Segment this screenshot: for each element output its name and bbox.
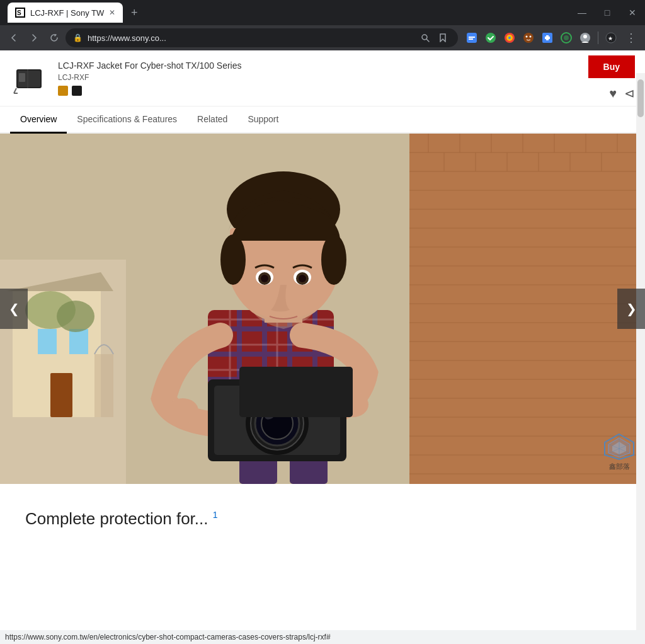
svg-line-3 (426, 39, 429, 42)
content-below: Complete protection for... 1 (0, 484, 645, 610)
forward-button[interactable] (25, 29, 43, 47)
url-text: https://www.sony.co... (88, 33, 413, 43)
status-url: https://www.sony.com.tw/en/electronics/c… (5, 633, 331, 641)
address-bar[interactable]: 🔒 https://www.sony.co... (66, 28, 458, 47)
scrollbar-thumb[interactable] (637, 79, 644, 117)
extension-icon-3[interactable] (501, 29, 518, 47)
svg-point-8 (486, 33, 496, 43)
svg-point-111 (299, 275, 306, 282)
product-thumbnail (10, 59, 48, 97)
wishlist-icon[interactable]: ♥ (609, 86, 617, 101)
svg-point-103 (220, 234, 246, 285)
svg-point-87 (167, 398, 198, 423)
svg-rect-24 (19, 73, 25, 82)
svg-text:S: S (17, 9, 21, 16)
swatch-brown[interactable] (58, 86, 68, 96)
svg-rect-32 (38, 329, 57, 354)
extension-icon-8[interactable]: ★ (602, 29, 620, 47)
carousel-next-button[interactable]: ❯ (617, 289, 645, 329)
tab-specifications[interactable]: Specifications & Features (67, 106, 187, 134)
back-button[interactable] (5, 29, 23, 47)
carousel-prev-button[interactable]: ❮ (0, 289, 28, 329)
svg-point-104 (321, 234, 346, 285)
watermark-logo (603, 433, 635, 461)
bookmark-icon[interactable] (435, 30, 450, 45)
new-tab-button[interactable]: + (125, 4, 143, 21)
svg-point-110 (261, 275, 268, 282)
svg-line-26 (14, 88, 16, 93)
toolbar-icons: ★ (463, 29, 620, 47)
svg-marker-4 (440, 34, 445, 42)
reload-button[interactable] (45, 29, 63, 47)
watermark-text: 鑫部落 (609, 462, 630, 471)
maximize-button[interactable]: □ (600, 5, 615, 20)
buy-button[interactable]: Buy (588, 55, 635, 78)
extension-icon-6[interactable] (557, 29, 575, 47)
active-tab[interactable]: S LCJ-RXF | Sony TW ✕ (8, 3, 123, 23)
page-content: LCJ-RXF Jacket For Cyber-shot TX/100 Ser… (0, 50, 645, 610)
title-bar: S LCJ-RXF | Sony TW ✕ + — □ ✕ (0, 0, 645, 25)
svg-rect-112 (239, 367, 353, 417)
svg-rect-6 (469, 37, 475, 38)
svg-point-37 (57, 301, 94, 332)
search-icon[interactable] (418, 30, 433, 45)
address-actions (418, 30, 450, 45)
svg-point-17 (564, 35, 569, 40)
browser-window: S LCJ-RXF | Sony TW ✕ + — □ ✕ 🔒 https://… (0, 0, 645, 50)
tab-bar: S LCJ-RXF | Sony TW ✕ + (5, 1, 574, 24)
footnote-ref: 1 (213, 510, 218, 520)
swatch-black[interactable] (72, 86, 82, 96)
product-header: LCJ-RXF Jacket For Cyber-shot TX/100 Ser… (0, 50, 645, 106)
tab-support[interactable]: Support (237, 106, 288, 134)
extension-icon-2[interactable] (482, 29, 499, 47)
color-swatches (58, 86, 578, 96)
svg-point-12 (523, 33, 534, 43)
watermark: 鑫部落 (603, 433, 635, 471)
svg-point-11 (508, 37, 511, 39)
hero-section: SONY (0, 134, 645, 484)
hero-image: SONY (0, 134, 636, 484)
share-icon[interactable]: ⊲ (624, 86, 635, 101)
action-icons: ♥ ⊲ (609, 86, 635, 101)
page-text-section: Complete protection for... 1 (0, 497, 645, 541)
tab-title: LCJ-RXF | Sony TW (30, 8, 104, 18)
product-model: LCJ-RXF (58, 73, 578, 82)
lock-icon: 🔒 (73, 33, 83, 42)
svg-point-19 (583, 35, 587, 38)
scrollbar[interactable] (636, 73, 645, 630)
svg-rect-33 (69, 329, 88, 354)
extension-icon-1[interactable] (463, 29, 481, 47)
window-controls: — □ ✕ (574, 5, 640, 20)
section-title: Complete protection for... 1 (25, 509, 620, 529)
svg-rect-38 (409, 134, 636, 484)
minimize-button[interactable]: — (574, 5, 590, 20)
svg-point-14 (530, 36, 532, 38)
product-info: LCJ-RXF Jacket For Cyber-shot TX/100 Ser… (58, 60, 578, 96)
svg-rect-7 (469, 38, 473, 40)
tab-related[interactable]: Related (187, 106, 237, 134)
svg-point-13 (526, 36, 528, 38)
tab-overview[interactable]: Overview (10, 106, 67, 134)
svg-text:★: ★ (608, 35, 613, 42)
extension-icon-5[interactable] (539, 29, 556, 47)
product-actions: Buy ♥ ⊲ (588, 55, 635, 101)
nav-tabs: Overview Specifications & Features Relat… (0, 106, 645, 134)
product-title: LCJ-RXF Jacket For Cyber-shot TX/100 Ser… (58, 60, 578, 71)
extension-icon-4[interactable] (520, 29, 537, 47)
status-bar: https://www.sony.com.tw/en/electronics/c… (0, 630, 645, 644)
tab-close-button[interactable]: ✕ (109, 8, 115, 17)
svg-rect-34 (50, 373, 72, 417)
address-bar-row: 🔒 https://www.sony.co... (0, 25, 645, 50)
extension-icon-7[interactable] (576, 29, 594, 47)
close-button[interactable]: ✕ (625, 5, 640, 20)
tab-favicon: S (15, 8, 25, 18)
more-options-button[interactable]: ⋮ (622, 29, 640, 47)
svg-rect-35 (94, 354, 113, 417)
